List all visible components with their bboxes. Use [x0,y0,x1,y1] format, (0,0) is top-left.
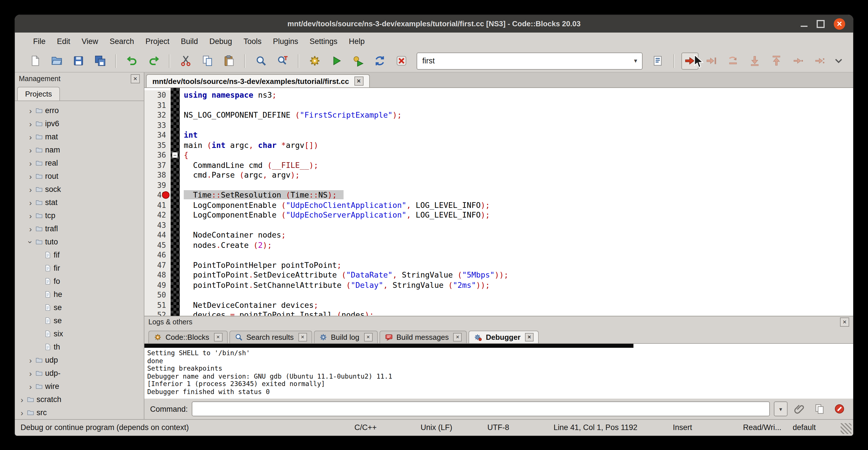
title-bar[interactable]: mnt/dev/tools/source/ns-3-dev/examples/t… [15,15,853,33]
rebuild-button[interactable] [371,52,388,69]
chevron-right-icon[interactable]: › [27,158,34,168]
tree-item-nam[interactable]: ›nam [15,143,144,156]
line-number[interactable]: 37 [144,160,170,170]
breakpoint-marker[interactable] [162,191,169,199]
chevron-right-icon[interactable]: › [27,369,34,378]
chevron-right-icon[interactable]: › [27,382,34,391]
menu-help[interactable]: Help [343,34,371,48]
code-line-32[interactable]: 32NS_LOG_COMPONENT_DEFINE ("FirstScriptE… [144,110,853,120]
undo-button[interactable] [123,52,141,69]
code-line-39[interactable]: 39 [144,180,853,190]
code-line-31[interactable]: 31 [144,100,853,110]
redo-button[interactable] [145,52,162,69]
log-tab-code-blocks[interactable]: Code::Blocks✕ [148,331,227,343]
code-line-36[interactable]: 36{− [144,150,853,160]
code-line-52[interactable]: 52 devices = pointToPoint.Install (nodes… [144,310,853,316]
code-line-41[interactable]: 41 LogComponentEnable ("UdpEchoClientApp… [144,200,853,210]
tree-item-mat[interactable]: ›mat [15,130,144,143]
tree-item-fir[interactable]: fir [15,262,144,275]
code-line-38[interactable]: 38 cmd.Parse (argc, argv); [144,170,853,180]
toolbar-overflow-button[interactable] [831,52,846,69]
code-line-45[interactable]: 45 nodes.Create (2); [144,240,853,250]
menu-settings[interactable]: Settings [304,34,343,48]
tree-item-real[interactable]: ›real [15,156,144,170]
chevron-right-icon[interactable]: › [27,185,34,194]
code-text[interactable]: LogComponentEnable ("UdpEchoClientApplic… [184,200,490,209]
tree-item-ipv6[interactable]: ›ipv6 [15,117,144,130]
tree-item-wire[interactable]: ›wire [15,380,144,393]
fold-marker[interactable]: − [172,152,178,158]
tree-item-sock[interactable]: ›sock [15,183,144,196]
code-line-47[interactable]: 47 PointToPointHelper pointToPoint; [144,260,853,270]
chevron-right-icon[interactable]: › [27,224,34,233]
log-tab-close-button[interactable]: ✕ [214,333,222,341]
menu-debug[interactable]: Debug [204,34,238,48]
save-all-button[interactable] [91,52,108,69]
log-tab-close-button[interactable]: ✕ [298,333,307,341]
debugger-log[interactable]: Setting SHELL to '/bin/sh'doneSetting br… [144,344,853,399]
menu-project[interactable]: Project [140,34,175,48]
tree-item-tuto[interactable]: ›tuto [15,235,144,248]
fold-margin-strip[interactable] [170,88,180,316]
attach-button[interactable] [792,401,807,417]
tab-projects[interactable]: Projects [17,87,60,100]
line-number[interactable]: 49 [144,280,170,290]
log-tab-close-button[interactable]: ✕ [454,333,462,341]
chevron-right-icon[interactable]: › [27,145,34,154]
line-number[interactable]: 51 [144,300,170,310]
command-dropdown-button[interactable]: ▾ [774,401,787,416]
log-tab-close-button[interactable]: ✕ [364,333,372,341]
menu-build[interactable]: Build [175,34,204,48]
code-text[interactable]: using namespace ns3; [184,90,277,99]
next-line-button[interactable] [724,52,742,69]
menu-file[interactable]: File [27,34,51,48]
line-number[interactable]: 39 [144,180,170,190]
chevron-right-icon[interactable]: › [27,106,34,115]
chevron-right-icon[interactable]: › [27,356,34,365]
chevron-right-icon[interactable]: › [18,408,26,417]
build-and-run-button[interactable] [349,52,366,69]
command-input[interactable] [192,401,770,416]
code-line-46[interactable]: 46 [144,250,853,260]
log-tab-debugger[interactable]: Debugger✕ [469,331,539,343]
paste-button[interactable] [220,52,238,69]
line-number[interactable]: 45 [144,240,170,250]
line-number[interactable]: 33 [144,120,170,130]
code-line-34[interactable]: 34int [144,130,853,140]
line-number[interactable]: 42 [144,210,170,220]
code-text[interactable]: pointToPoint.SetChannelAttribute ("Delay… [184,280,490,289]
line-number[interactable]: 43 [144,220,170,230]
menu-search[interactable]: Search [104,34,140,48]
chevron-right-icon[interactable]: › [27,119,34,128]
line-number[interactable]: 32 [144,110,170,120]
tree-item-th[interactable]: th [15,340,144,354]
log-tab-build-log[interactable]: Build log✕ [314,331,377,343]
replace-button[interactable] [274,52,291,69]
tree-item-trafl[interactable]: ›trafl [15,222,144,235]
code-line-51[interactable]: 51 NetDeviceContainer devices; [144,300,853,310]
chevron-right-icon[interactable]: › [18,395,26,404]
resize-grip[interactable] [841,423,851,434]
search-combobox[interactable]: first ▾ [416,52,642,69]
open-button[interactable] [48,52,65,69]
code-text[interactable]: PointToPointHelper pointToPoint; [184,260,342,269]
tree-item-he[interactable]: he [15,288,144,301]
maximize-button[interactable] [817,20,825,28]
code-line-37[interactable]: 37 CommandLine cmd (__FILE__); [144,160,853,170]
code-text[interactable]: NetDeviceContainer devices; [184,300,318,309]
code-line-50[interactable]: 50 [144,290,853,300]
code-line-49[interactable]: 49 pointToPoint.SetChannelAttribute ("De… [144,280,853,290]
management-close-button[interactable]: ✕ [131,74,140,83]
stop-debugger-button[interactable] [832,401,847,417]
chevron-right-icon[interactable]: › [27,172,34,181]
chevron-right-icon[interactable]: › [27,198,34,207]
code-editor[interactable]: 30using namespace ns3;3132NS_LOG_COMPONE… [144,88,853,316]
step-into-instruction-button[interactable] [811,52,828,69]
tree-item-erro[interactable]: ›erro [15,104,144,117]
line-number[interactable]: 38 [144,170,170,180]
tree-item-six[interactable]: six [15,327,144,340]
save-button[interactable] [70,52,87,69]
code-text[interactable]: main (int argc, char *argv[]) [184,140,318,149]
tree-item-udp[interactable]: ›udp [15,354,144,367]
tree-item-rout[interactable]: ›rout [15,170,144,183]
